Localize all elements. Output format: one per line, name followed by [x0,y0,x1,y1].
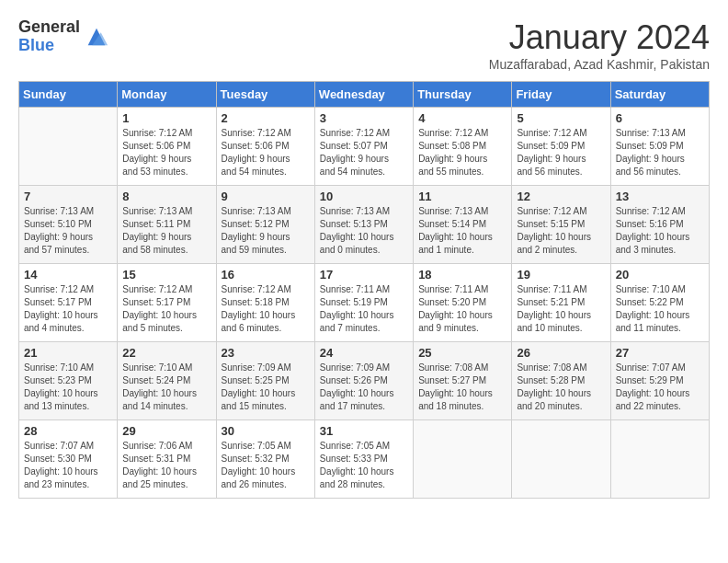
calendar-cell: 5Sunrise: 7:12 AMSunset: 5:09 PMDaylight… [512,108,610,186]
day-number: 9 [222,190,310,203]
week-row-3: 14Sunrise: 7:12 AMSunset: 5:17 PMDayligh… [19,264,710,342]
day-info: Sunrise: 7:12 AMSunset: 5:16 PMDaylight:… [616,205,704,257]
day-info: Sunrise: 7:12 AMSunset: 5:06 PMDaylight:… [222,127,310,178]
calendar-cell: 28Sunrise: 7:07 AMSunset: 5:30 PMDayligh… [19,420,118,499]
logo-blue-text: Blue [18,37,80,55]
calendar-cell: 21Sunrise: 7:10 AMSunset: 5:23 PMDayligh… [19,342,118,420]
calendar-cell: 17Sunrise: 7:11 AMSunset: 5:19 PMDayligh… [314,264,413,342]
header-monday: Monday [118,82,216,108]
calendar-cell: 23Sunrise: 7:09 AMSunset: 5:25 PMDayligh… [216,342,314,420]
day-info: Sunrise: 7:13 AMSunset: 5:11 PMDaylight:… [122,205,210,257]
header-saturday: Saturday [610,82,709,108]
day-info: Sunrise: 7:08 AMSunset: 5:27 PMDaylight:… [418,362,506,413]
day-info: Sunrise: 7:09 AMSunset: 5:25 PMDaylight:… [222,362,310,413]
calendar-cell [19,108,118,186]
calendar-cell: 15Sunrise: 7:12 AMSunset: 5:17 PMDayligh… [118,264,216,342]
day-number: 18 [418,268,506,282]
day-number: 20 [616,268,704,282]
calendar-cell: 13Sunrise: 7:12 AMSunset: 5:16 PMDayligh… [610,186,709,264]
calendar-cell: 10Sunrise: 7:13 AMSunset: 5:13 PMDayligh… [314,186,413,264]
header-thursday: Thursday [414,82,512,108]
logo-general-text: General [18,18,80,37]
day-number: 19 [517,268,605,282]
header-tuesday: Tuesday [216,82,314,108]
calendar-cell: 8Sunrise: 7:13 AMSunset: 5:11 PMDaylight… [118,186,216,264]
week-row-2: 7Sunrise: 7:13 AMSunset: 5:10 PMDaylight… [19,186,710,264]
calendar-cell: 3Sunrise: 7:12 AMSunset: 5:07 PMDaylight… [314,108,413,186]
day-info: Sunrise: 7:08 AMSunset: 5:28 PMDaylight:… [517,362,605,413]
header-wednesday: Wednesday [314,82,413,108]
day-number: 31 [320,424,408,438]
day-info: Sunrise: 7:13 AMSunset: 5:10 PMDaylight:… [24,205,112,257]
day-number: 24 [320,346,408,360]
calendar-cell: 29Sunrise: 7:06 AMSunset: 5:31 PMDayligh… [118,420,216,499]
day-info: Sunrise: 7:10 AMSunset: 5:24 PMDaylight:… [122,362,210,413]
day-number: 22 [122,346,210,360]
calendar-cell: 4Sunrise: 7:12 AMSunset: 5:08 PMDaylight… [414,108,512,186]
day-info: Sunrise: 7:11 AMSunset: 5:19 PMDaylight:… [320,283,408,335]
calendar-header-row: SundayMondayTuesdayWednesdayThursdayFrid… [19,82,710,108]
calendar-cell [512,420,610,499]
day-number: 14 [24,268,112,282]
calendar-cell: 14Sunrise: 7:12 AMSunset: 5:17 PMDayligh… [19,264,118,342]
calendar-cell: 20Sunrise: 7:10 AMSunset: 5:22 PMDayligh… [610,264,709,342]
week-row-5: 28Sunrise: 7:07 AMSunset: 5:30 PMDayligh… [19,420,710,499]
calendar-cell: 30Sunrise: 7:05 AMSunset: 5:32 PMDayligh… [216,420,314,499]
day-info: Sunrise: 7:12 AMSunset: 5:18 PMDaylight:… [222,283,310,335]
day-number: 3 [320,111,408,125]
header-sunday: Sunday [19,82,118,108]
day-info: Sunrise: 7:12 AMSunset: 5:09 PMDaylight:… [517,127,605,178]
calendar-cell: 1Sunrise: 7:12 AMSunset: 5:06 PMDaylight… [118,108,216,186]
day-number: 8 [122,190,210,203]
calendar-cell: 25Sunrise: 7:08 AMSunset: 5:27 PMDayligh… [414,342,512,420]
day-info: Sunrise: 7:11 AMSunset: 5:21 PMDaylight:… [517,283,605,335]
header-friday: Friday [512,82,610,108]
day-number: 27 [616,346,704,360]
calendar-cell: 31Sunrise: 7:05 AMSunset: 5:33 PMDayligh… [314,420,413,499]
calendar-cell: 18Sunrise: 7:11 AMSunset: 5:20 PMDayligh… [414,264,512,342]
week-row-1: 1Sunrise: 7:12 AMSunset: 5:06 PMDaylight… [19,108,710,186]
title-area: January 2024 Muzaffarabad, Azad Kashmir,… [489,18,710,72]
calendar-cell: 22Sunrise: 7:10 AMSunset: 5:24 PMDayligh… [118,342,216,420]
day-info: Sunrise: 7:07 AMSunset: 5:30 PMDaylight:… [24,440,112,491]
day-info: Sunrise: 7:13 AMSunset: 5:12 PMDaylight:… [222,205,310,257]
calendar-cell: 19Sunrise: 7:11 AMSunset: 5:21 PMDayligh… [512,264,610,342]
day-info: Sunrise: 7:05 AMSunset: 5:32 PMDaylight:… [222,440,310,491]
month-title: January 2024 [489,18,710,57]
day-info: Sunrise: 7:05 AMSunset: 5:33 PMDaylight:… [320,440,408,491]
day-number: 29 [122,424,210,438]
day-number: 5 [517,111,605,125]
day-number: 4 [418,111,506,125]
calendar-cell [610,420,709,499]
day-number: 17 [320,268,408,282]
day-number: 25 [418,346,506,360]
day-number: 28 [24,424,112,438]
day-info: Sunrise: 7:12 AMSunset: 5:07 PMDaylight:… [320,127,408,178]
day-number: 7 [24,190,112,203]
day-number: 21 [24,346,112,360]
calendar-cell: 26Sunrise: 7:08 AMSunset: 5:28 PMDayligh… [512,342,610,420]
calendar-cell: 2Sunrise: 7:12 AMSunset: 5:06 PMDaylight… [216,108,314,186]
calendar-cell: 12Sunrise: 7:12 AMSunset: 5:15 PMDayligh… [512,186,610,264]
page-header: General Blue January 2024 Muzaffarabad, … [18,18,710,72]
week-row-4: 21Sunrise: 7:10 AMSunset: 5:23 PMDayligh… [19,342,710,420]
day-number: 23 [222,346,310,360]
day-info: Sunrise: 7:12 AMSunset: 5:15 PMDaylight:… [517,205,605,257]
day-info: Sunrise: 7:07 AMSunset: 5:29 PMDaylight:… [616,362,704,413]
calendar-cell: 24Sunrise: 7:09 AMSunset: 5:26 PMDayligh… [314,342,413,420]
calendar-cell [414,420,512,499]
day-info: Sunrise: 7:12 AMSunset: 5:17 PMDaylight:… [24,283,112,335]
day-info: Sunrise: 7:12 AMSunset: 5:06 PMDaylight:… [122,127,210,178]
calendar-cell: 7Sunrise: 7:13 AMSunset: 5:10 PMDaylight… [19,186,118,264]
day-number: 30 [222,424,310,438]
day-number: 6 [616,111,704,125]
day-info: Sunrise: 7:12 AMSunset: 5:08 PMDaylight:… [418,127,506,178]
day-number: 26 [517,346,605,360]
calendar-cell: 27Sunrise: 7:07 AMSunset: 5:29 PMDayligh… [610,342,709,420]
day-info: Sunrise: 7:09 AMSunset: 5:26 PMDaylight:… [320,362,408,413]
day-info: Sunrise: 7:13 AMSunset: 5:13 PMDaylight:… [320,205,408,257]
day-info: Sunrise: 7:10 AMSunset: 5:23 PMDaylight:… [24,362,112,413]
day-info: Sunrise: 7:13 AMSunset: 5:14 PMDaylight:… [418,205,506,257]
calendar-cell: 9Sunrise: 7:13 AMSunset: 5:12 PMDaylight… [216,186,314,264]
logo-icon [84,24,109,50]
